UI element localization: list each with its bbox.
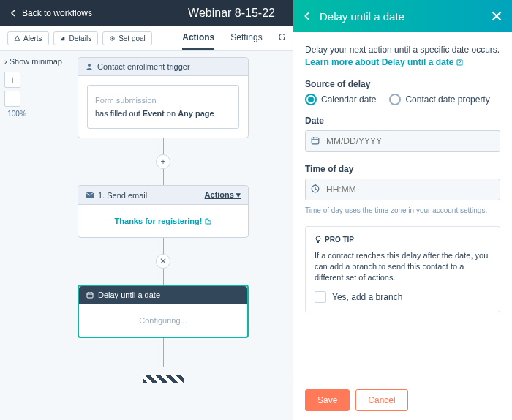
enrollment-header: Contact enrollment trigger xyxy=(78,58,248,76)
trigger-detail: has filled out Event on Any page xyxy=(95,109,231,118)
send-email-title: 1. Send email xyxy=(98,191,147,200)
show-minimap[interactable]: › Show minimap xyxy=(4,57,29,66)
chevron-left-icon[interactable] xyxy=(304,12,312,20)
radio-label: Calendar date xyxy=(321,94,376,105)
checkbox-label: Yes, add a branch xyxy=(332,292,402,302)
radio-contact-property[interactable]: Contact date property xyxy=(389,94,489,105)
alerts-label: Alerts xyxy=(23,34,42,42)
tabs: Actions Settings G xyxy=(182,26,285,50)
checkbox xyxy=(315,291,326,303)
svg-point-2 xyxy=(88,64,91,67)
delay-header: Delay until a date xyxy=(79,286,247,304)
back-to-workflows[interactable]: Back to workflows xyxy=(10,8,92,18)
radio-label: Contact date property xyxy=(405,94,489,105)
send-email-card[interactable]: 1. Send email Actions ▾ Thanks for regis… xyxy=(78,185,249,238)
thumb-icon xyxy=(60,35,67,42)
timezone-hint: Time of day uses the time zone in your a… xyxy=(305,206,500,214)
radio-dot-on xyxy=(305,94,317,105)
envelope-icon xyxy=(86,192,94,198)
external-link-icon xyxy=(205,218,211,225)
pro-tip-box: PRO TIP If a contact reaches this delay … xyxy=(305,226,500,312)
delay-title: Delay until a date xyxy=(98,290,160,299)
connector xyxy=(163,238,164,254)
source-radio-group: Calendar date Contact date property xyxy=(305,94,500,105)
alert-icon xyxy=(14,35,20,42)
goal-label: Set goal xyxy=(118,34,146,42)
delay-body: Configuring... xyxy=(79,304,247,337)
pro-tip-body: If a contact reaches this delay after th… xyxy=(315,250,491,284)
enrollment-title: Contact enrollment trigger xyxy=(97,62,190,71)
tab-other[interactable]: G xyxy=(279,26,285,50)
tab-actions[interactable]: Actions xyxy=(182,26,214,50)
alerts-button[interactable]: Alerts xyxy=(7,31,49,45)
cancel-button[interactable]: Cancel xyxy=(355,389,407,411)
connector xyxy=(163,169,164,185)
external-link-icon xyxy=(456,59,463,66)
remove-step-button[interactable]: ✕ xyxy=(156,254,170,269)
clock-icon xyxy=(311,184,320,193)
target-icon xyxy=(109,35,116,42)
time-input[interactable] xyxy=(305,179,500,200)
workflow-title: Webinar 8-15-22 xyxy=(188,7,282,20)
pro-tip-header: PRO TIP xyxy=(315,236,491,244)
tab-settings[interactable]: Settings xyxy=(230,26,262,50)
details-label: Details xyxy=(69,34,92,42)
back-label: Back to workflows xyxy=(22,8,92,18)
svg-rect-5 xyxy=(312,138,319,143)
side-panel: Delay until a date Delay your next actio… xyxy=(293,0,512,420)
chevron-left-icon xyxy=(10,10,18,17)
connector xyxy=(163,338,164,367)
bulb-icon xyxy=(315,236,322,244)
delay-card[interactable]: Delay until a date Configuring... xyxy=(78,285,249,338)
time-label: Time of day xyxy=(305,164,500,174)
learn-more-link[interactable]: Learn more about Delay until a date xyxy=(305,56,463,69)
configuring-label: Configuring... xyxy=(139,316,187,325)
calendar-icon xyxy=(86,291,94,299)
connector xyxy=(163,138,164,154)
card-actions-menu[interactable]: Actions ▾ xyxy=(205,190,241,200)
source-of-delay-label: Source of delay xyxy=(305,79,500,89)
side-controls: › Show minimap + — 100% xyxy=(0,51,34,420)
panel-title: Delay until a date xyxy=(320,10,404,23)
radio-dot-off xyxy=(389,94,401,105)
panel-footer: Save Cancel xyxy=(293,380,512,420)
close-icon[interactable] xyxy=(492,11,502,21)
zoom-level: 100% xyxy=(4,110,29,118)
person-icon xyxy=(86,63,93,70)
toolbar: Alerts Details Set goal Actions Settings… xyxy=(0,26,293,51)
send-email-body: Thanks for registering! xyxy=(78,205,248,237)
panel-description: Delay your next action until a specific … xyxy=(305,44,500,69)
details-button[interactable]: Details xyxy=(53,31,99,45)
radio-calendar-date[interactable]: Calendar date xyxy=(305,94,376,105)
send-email-header: 1. Send email Actions ▾ xyxy=(78,186,248,205)
email-link[interactable]: Thanks for registering! xyxy=(115,217,212,225)
trigger-type: Form submission xyxy=(95,96,231,105)
goal-marker xyxy=(143,375,184,383)
enrollment-card[interactable]: Contact enrollment trigger Form submissi… xyxy=(78,57,249,138)
connector xyxy=(163,269,164,285)
svg-rect-4 xyxy=(87,293,93,298)
svg-point-1 xyxy=(112,38,113,40)
topbar: Back to workflows Webinar 8-15-22 xyxy=(0,0,293,26)
panel-body: Delay your next action until a specific … xyxy=(293,32,512,380)
zoom-in-button[interactable]: + xyxy=(4,72,20,88)
zoom-out-button[interactable]: — xyxy=(4,91,20,107)
calendar-icon xyxy=(311,136,320,145)
save-button[interactable]: Save xyxy=(305,389,350,411)
add-branch-checkbox[interactable]: Yes, add a branch xyxy=(315,291,491,303)
workflow-canvas: Contact enrollment trigger Form submissi… xyxy=(34,51,293,420)
date-label: Date xyxy=(305,116,500,126)
set-goal-button[interactable]: Set goal xyxy=(102,31,152,45)
date-input[interactable] xyxy=(305,130,500,152)
panel-header: Delay until a date xyxy=(293,0,512,32)
add-step-button[interactable]: + xyxy=(156,154,170,169)
svg-point-7 xyxy=(316,236,320,241)
trigger-box: Form submission has filled out Event on … xyxy=(87,85,239,129)
